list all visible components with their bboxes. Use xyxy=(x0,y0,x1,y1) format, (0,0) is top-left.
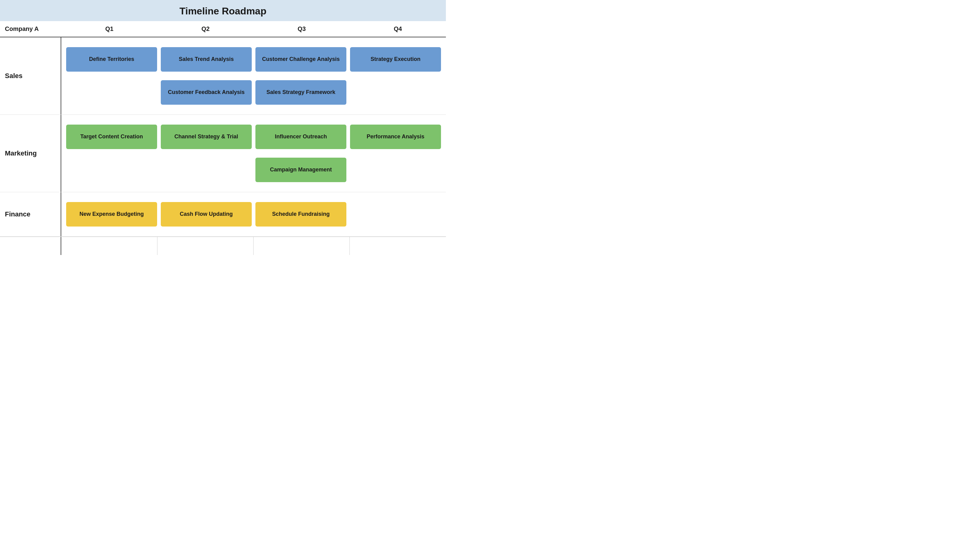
channel-strategy-trial-block[interactable]: Channel Strategy & Trial xyxy=(161,125,252,149)
footer-q3 xyxy=(254,237,350,255)
sales-rows: Define Territories Sales Trend Analysis … xyxy=(61,37,446,114)
sales-r2-q4 xyxy=(348,80,443,105)
strategy-execution-block[interactable]: Strategy Execution xyxy=(350,47,441,71)
sales-row-1: Define Territories Sales Trend Analysis … xyxy=(61,43,446,76)
marketing-label-cell: Marketing xyxy=(0,115,61,192)
schedule-fundraising-block[interactable]: Schedule Fundraising xyxy=(255,202,346,227)
target-content-creation-block[interactable]: Target Content Creation xyxy=(66,125,157,149)
performance-analysis-block[interactable]: Performance Analysis xyxy=(350,125,441,149)
marketing-r2-q3: Campaign Management xyxy=(254,158,348,182)
marketing-r2-q2 xyxy=(159,158,254,182)
marketing-r2-q4-empty xyxy=(350,158,441,182)
quarter-header-q1: Q1 xyxy=(61,24,158,34)
sales-r2-q2: Customer Feedback Analysis xyxy=(159,80,254,105)
marketing-r2-q4 xyxy=(348,158,443,182)
marketing-r1-q3: Influencer Outreach xyxy=(254,125,348,149)
marketing-label: Marketing xyxy=(5,149,37,157)
sales-r2-q1-empty xyxy=(66,80,157,105)
marketing-r1-q4: Performance Analysis xyxy=(348,125,443,149)
footer-label xyxy=(0,237,61,255)
page-header: Timeline Roadmap xyxy=(0,0,446,21)
finance-r1-q3: Schedule Fundraising xyxy=(254,202,348,227)
define-territories-block[interactable]: Define Territories xyxy=(66,47,157,71)
finance-label-cell: Finance xyxy=(0,192,61,236)
influencer-outreach-block[interactable]: Influencer Outreach xyxy=(255,125,346,149)
quarter-header-q3: Q3 xyxy=(254,24,350,34)
sales-r2-q4-empty xyxy=(350,80,441,105)
sales-strategy-framework-block[interactable]: Sales Strategy Framework xyxy=(255,80,346,105)
campaign-management-block[interactable]: Campaign Management xyxy=(255,158,346,182)
sales-trend-analysis-block[interactable]: Sales Trend Analysis xyxy=(161,47,252,71)
marketing-r2-q1-empty xyxy=(66,158,157,182)
finance-row-1: New Expense Budgeting Cash Flow Updating… xyxy=(61,198,446,231)
quarter-header-q2: Q2 xyxy=(158,24,254,34)
quarter-header-q4: Q4 xyxy=(350,24,446,34)
sales-r2-q3: Sales Strategy Framework xyxy=(254,80,348,105)
finance-r1-q4 xyxy=(348,202,443,227)
marketing-r2-q1 xyxy=(64,158,159,182)
marketing-r1-q2: Channel Strategy & Trial xyxy=(159,125,254,149)
finance-r1-q2: Cash Flow Updating xyxy=(159,202,254,227)
finance-section: Finance New Expense Budgeting Cash Flow … xyxy=(0,192,446,237)
sales-label-cell: Sales xyxy=(0,37,61,114)
sales-label: Sales xyxy=(5,72,23,80)
marketing-section: Marketing Target Content Creation Channe… xyxy=(0,115,446,192)
roadmap-container: Company A Q1 Q2 Q3 Q4 Sales Define Terri… xyxy=(0,21,446,255)
marketing-row-1: Target Content Creation Channel Strategy… xyxy=(61,120,446,153)
customer-challenge-analysis-block[interactable]: Customer Challenge Analysis xyxy=(255,47,346,71)
timeline-footer xyxy=(0,237,446,255)
marketing-rows: Target Content Creation Channel Strategy… xyxy=(61,115,446,192)
sales-row-2: Customer Feedback Analysis Sales Strateg… xyxy=(61,76,446,109)
column-header-row: Company A Q1 Q2 Q3 Q4 xyxy=(0,21,446,37)
finance-r1-q1: New Expense Budgeting xyxy=(64,202,159,227)
finance-r1-q4-empty xyxy=(350,202,441,227)
sales-r1-q4: Strategy Execution xyxy=(348,47,443,71)
finance-label: Finance xyxy=(5,210,30,218)
footer-q4 xyxy=(350,237,446,255)
marketing-r2-q2-empty xyxy=(161,158,252,182)
marketing-r1-q1: Target Content Creation xyxy=(64,125,159,149)
new-expense-budgeting-block[interactable]: New Expense Budgeting xyxy=(66,202,157,227)
cash-flow-updating-block[interactable]: Cash Flow Updating xyxy=(161,202,252,227)
sales-r1-q2: Sales Trend Analysis xyxy=(159,47,254,71)
footer-q1 xyxy=(61,237,158,255)
finance-rows: New Expense Budgeting Cash Flow Updating… xyxy=(61,192,446,236)
sales-r1-q1: Define Territories xyxy=(64,47,159,71)
sales-r2-q1 xyxy=(64,80,159,105)
sales-r1-q3: Customer Challenge Analysis xyxy=(254,47,348,71)
customer-feedback-analysis-block[interactable]: Customer Feedback Analysis xyxy=(161,80,252,105)
footer-q2 xyxy=(158,237,254,255)
sales-section: Sales Define Territories Sales Trend Ana… xyxy=(0,37,446,115)
company-label: Company A xyxy=(0,24,61,34)
page-title: Timeline Roadmap xyxy=(0,5,446,17)
marketing-row-2: Campaign Management xyxy=(61,153,446,186)
